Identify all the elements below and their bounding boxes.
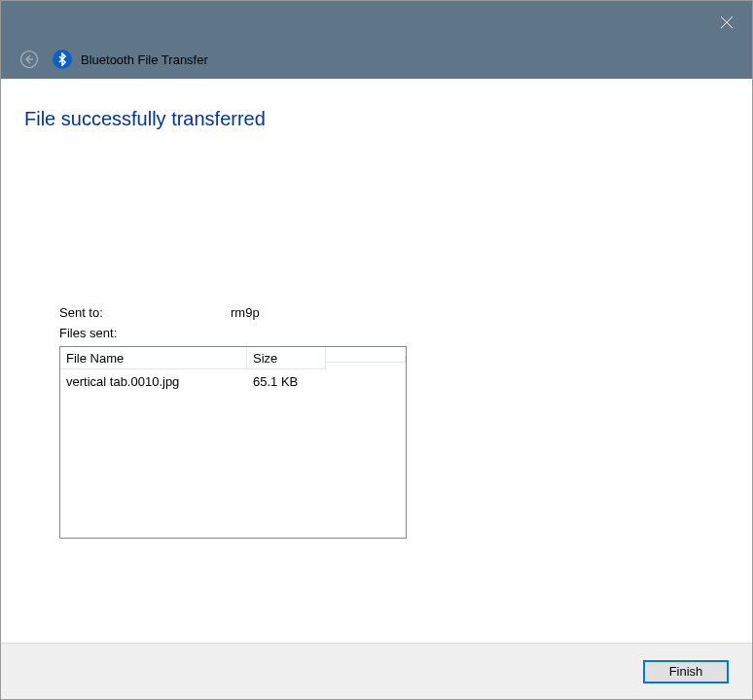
titlebar-content: Bluetooth File Transfer [16, 46, 208, 73]
bluetooth-icon [53, 50, 72, 69]
back-button [16, 46, 43, 73]
files-sent-label: Files sent: [59, 326, 715, 340]
close-button[interactable] [704, 9, 749, 36]
footer: Finish [1, 643, 752, 699]
window-title: Bluetooth File Transfer [81, 52, 208, 67]
page-heading: File successfully transferred [24, 108, 715, 130]
header-file-name[interactable]: File Name [60, 348, 247, 369]
content-area: File successfully transferred Sent to: r… [1, 79, 752, 643]
titlebar: Bluetooth File Transfer [1, 1, 752, 79]
sent-to-value: rm9p [231, 305, 260, 320]
cell-file-name: vertical tab.0010.jpg [60, 372, 247, 391]
back-arrow-icon [19, 50, 39, 69]
table-row[interactable]: vertical tab.0010.jpg 65.1 KB [60, 370, 406, 392]
header-rest [326, 356, 406, 363]
finish-button[interactable]: Finish [643, 660, 729, 683]
table-header: File Name Size [60, 347, 406, 370]
transfer-info: Sent to: rm9p Files sent: File Name Size… [59, 305, 715, 539]
header-size[interactable]: Size [247, 348, 326, 369]
close-icon [721, 17, 733, 28]
cell-size: 65.1 KB [247, 372, 326, 391]
sent-to-row: Sent to: rm9p [59, 305, 715, 320]
files-table[interactable]: File Name Size vertical tab.0010.jpg 65.… [59, 346, 407, 539]
sent-to-label: Sent to: [59, 305, 231, 320]
